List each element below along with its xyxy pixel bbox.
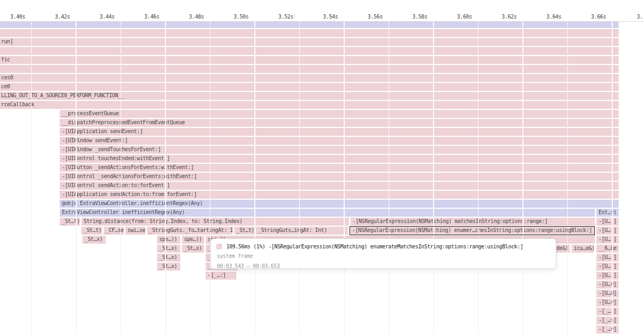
- gridline-cut: [76, 56, 77, 64]
- flame-bar[interactable]: -[UIWindow _sendTouchesForEvent:]: [60, 146, 619, 154]
- flame-bar-label: -[_…:]: [599, 308, 617, 314]
- timeline-ruler[interactable]: 3.40s3.42s3.44s3.46s3.48s3.50s3.52s3.54s…: [0, 0, 644, 22]
- flame-bar-label: -[U…:]: [599, 263, 617, 269]
- gridline-cut: [389, 128, 390, 136]
- gridline-cut: [478, 65, 479, 73]
- gridline-cut: [299, 191, 300, 199]
- gridline-cut: [76, 137, 77, 145]
- gridline-cut: [254, 65, 255, 73]
- flame-bar[interactable]: -[UIWindow sendEvent:]: [60, 137, 619, 145]
- flame-bar-label: @objc ExtraViewController.inefficientReg…: [62, 200, 203, 206]
- flame-bar[interactable]: LLING_OUT_TO_A_SOURCE0_PERFORM_FUNCTION_…: [0, 92, 619, 100]
- flame-bar[interactable]: __dispatchPreprocessedEventFromEventQueu…: [60, 119, 619, 127]
- gridline-cut: [254, 128, 255, 136]
- flame-bar[interactable]: _St…x): [157, 263, 180, 271]
- flame-bar[interactable]: __processEventQueue: [60, 110, 619, 118]
- flame-bar[interactable]: ce0: [0, 83, 619, 91]
- gridline-cut: [165, 227, 166, 235]
- flame-bar[interactable]: swi…se: [125, 227, 145, 235]
- flame-bar[interactable]: String.distance(from: String.Index, to: …: [81, 218, 349, 226]
- flame-bar[interactable]: -[_…s]: [596, 317, 619, 324]
- flame-bar[interactable]: _St…x): [157, 254, 180, 262]
- flame-bar[interactable]: _StringGuts…ingAt: Int): [256, 227, 348, 235]
- flame-bar[interactable]: -[UIControl _sendActionsForEvents:withEv…: [60, 173, 619, 181]
- gridline-cut: [299, 155, 300, 163]
- flame-bar[interactable]: -[U…d]: [596, 290, 619, 298]
- flame-bar[interactable]: -[UIApplication sendAction:to:from:forEv…: [60, 191, 619, 199]
- gridline-cut: [389, 146, 390, 154]
- flame-bar[interactable]: icu…e&): [572, 245, 594, 253]
- flame-bar[interactable]: rceCallback: [0, 101, 619, 109]
- gridline-cut: [344, 218, 345, 226]
- gridline-cut: [121, 101, 122, 109]
- flame-bar[interactable]: -[U…:]: [596, 272, 619, 280]
- gridline-cut: [612, 317, 613, 324]
- flame-bar[interactable]: _St…x): [82, 236, 106, 244]
- gridline-cut: [612, 65, 613, 73]
- gridline-cut: [567, 182, 568, 190]
- gridline-cut: [433, 29, 434, 37]
- flame-bar[interactable]: -[U…:]: [596, 263, 619, 271]
- flame-bar-label: _St…t): [84, 227, 102, 233]
- flame-bar[interactable]: [0, 65, 619, 73]
- flame-bar[interactable]: __6…ke: [596, 245, 619, 253]
- flame-bar[interactable]: -[U…:]: [596, 218, 619, 226]
- gridline-cut: [567, 65, 568, 73]
- gridline-cut: [121, 191, 122, 199]
- flame-bar[interactable]: ExtraViewController.inefficientRegex(Any…: [60, 209, 595, 217]
- flame-bar[interactable]: fic: [0, 56, 619, 64]
- flame-bar[interactable]: [0, 22, 619, 28]
- flame-bar[interactable]: -[UIControl touchesEnded:withEvent:]: [60, 155, 619, 163]
- gridline-cut: [433, 173, 434, 181]
- flame-bar[interactable]: run]: [0, 38, 619, 46]
- flame-bar-selected[interactable]: -[NSRegularExpression(NSMatching) enumer…: [349, 226, 595, 235]
- flame-bar[interactable]: -[U…:]: [596, 236, 619, 244]
- flame-bar-label: -[UIControl touchesEnded:withEvent:]: [62, 155, 170, 161]
- gridline-cut: [612, 146, 613, 154]
- flame-bar[interactable]: _St…x): [182, 245, 204, 253]
- flame-bar-label: -[U…:]: [599, 236, 617, 242]
- flame-bar[interactable]: -[U…v]: [596, 299, 619, 307]
- flame-bar[interactable]: @objc ExtraViewController.inefficientReg…: [60, 200, 619, 208]
- gridline-cut: [76, 65, 77, 73]
- gridline-cut: [568, 227, 569, 235]
- flame-bar[interactable]: -[U…:]: [596, 227, 619, 235]
- flame-bar[interactable]: -[_…:]: [206, 272, 236, 280]
- flame-bar[interactable]: -[U…:]: [596, 254, 619, 262]
- gridline-cut: [567, 119, 568, 127]
- flame-bar[interactable]: spe…)): [182, 236, 204, 244]
- flame-bar[interactable]: ces0: [0, 74, 619, 82]
- gridline-cut: [389, 110, 390, 118]
- flame-bar[interactable]: -[U…v]: [596, 281, 619, 289]
- gridline-cut: [567, 218, 568, 226]
- gridline-cut: [567, 92, 568, 100]
- flame-bar[interactable]: [0, 47, 619, 55]
- flame-bar-label: ces0: [1, 75, 13, 80]
- gridline-cut: [522, 22, 523, 28]
- flame-bar[interactable]: _St…x): [157, 245, 180, 253]
- flame-bar[interactable]: -[_…v]: [596, 326, 619, 333]
- gridline-cut: [522, 56, 523, 64]
- gridline-cut: [433, 128, 434, 136]
- flame-bar[interactable]: -[_…:]: [596, 308, 619, 316]
- flame-bar[interactable]: -[UIButton _sendActionsForEvents:withEve…: [60, 164, 619, 172]
- flame-bar[interactable]: spe…)): [157, 236, 180, 244]
- flame-bar-label: -[U…:]: [599, 218, 617, 224]
- gridline-cut: [433, 209, 434, 217]
- flame-bar[interactable]: _St…t): [234, 227, 254, 235]
- gridline-cut: [31, 74, 32, 82]
- flame-bar-label: -[U…d]: [599, 290, 617, 296]
- flame-bar[interactable]: _St…t): [81, 227, 102, 235]
- gridline-cut: [344, 155, 345, 163]
- flame-bar[interactable]: _StringGuts._fo…tartingAt: Int): [147, 227, 233, 235]
- flame-bar[interactable]: -[UIApplication sendEvent:]: [60, 128, 619, 136]
- gridline-cut: [433, 191, 434, 199]
- ruler-time-label: 3.66s: [591, 14, 606, 20]
- flame-bar[interactable]: -[NSRegularExpression(NSMatching) matche…: [351, 218, 595, 226]
- flame-bar[interactable]: -[UIControl sendAction:to:forEvent:]: [60, 182, 619, 190]
- flame-bar[interactable]: _St…t): [60, 218, 80, 226]
- flame-bar[interactable]: _CF…se: [104, 227, 124, 235]
- flame-bar[interactable]: [0, 29, 619, 37]
- gridline-cut: [210, 137, 211, 145]
- flame-bar[interactable]: Ext…y): [596, 209, 619, 217]
